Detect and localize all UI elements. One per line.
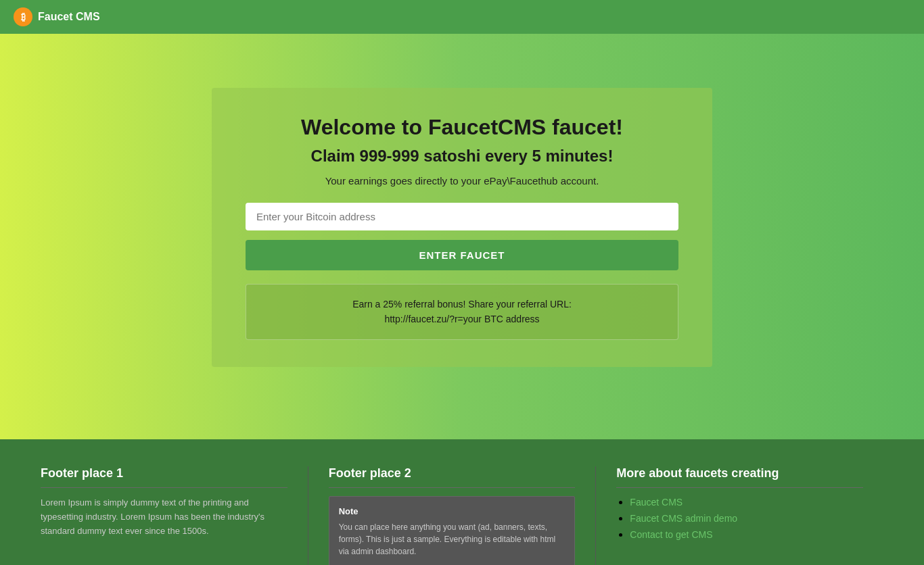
referral-url: http://faucet.zu/?r=your BTC address [384, 314, 539, 324]
bitcoin-address-input[interactable] [246, 203, 678, 230]
claim-subtitle: Claim 999-999 satoshi every 5 minutes! [246, 147, 678, 166]
list-item: Faucet CMS admin demo [630, 512, 863, 524]
footer-col2-title: Footer place 2 [329, 466, 576, 488]
footer-col-3: More about faucets creating Faucet CMS F… [596, 466, 883, 565]
site-footer: Footer place 1 Lorem Ipsum is simply dum… [0, 439, 924, 565]
footer-col1-text: Lorem Ipsum is simply dummy text of the … [41, 496, 287, 538]
footer-col-1: Footer place 1 Lorem Ipsum is simply dum… [41, 466, 308, 565]
footer-link-faucet-cms[interactable]: Faucet CMS [630, 497, 683, 508]
list-item: Faucet CMS [630, 496, 863, 508]
earnings-text: Your earnings goes directly to your ePay… [246, 175, 678, 187]
bitcoin-icon: ₿ [14, 7, 32, 26]
note-text: You can place here anything you want (ad… [339, 522, 556, 556]
referral-line1: Earn a 25% referral bonus! Share your re… [352, 299, 572, 310]
referral-box: Earn a 25% referral bonus! Share your re… [246, 284, 678, 340]
footer-col-2: Footer place 2 Note You can place here a… [308, 466, 597, 565]
faucet-card: Welcome to FaucetCMS faucet! Claim 999-9… [212, 88, 712, 367]
footer-col1-title: Footer place 1 [41, 466, 287, 488]
footer-col3-title: More about faucets creating [616, 466, 863, 488]
footer-columns: Footer place 1 Lorem Ipsum is simply dum… [41, 466, 883, 565]
note-title: Note [339, 505, 565, 518]
main-content: Welcome to FaucetCMS faucet! Claim 999-9… [0, 34, 924, 439]
list-item: Contact to get CMS [630, 529, 863, 541]
footer-links-list: Faucet CMS Faucet CMS admin demo Contact… [616, 496, 863, 541]
footer-link-admin-demo[interactable]: Faucet CMS admin demo [630, 513, 737, 524]
welcome-title: Welcome to FaucetCMS faucet! [246, 115, 678, 140]
logo-text: Faucet CMS [38, 11, 100, 23]
logo[interactable]: ₿ Faucet CMS [14, 7, 100, 26]
footer-link-contact[interactable]: Contact to get CMS [630, 529, 712, 540]
note-box: Note You can place here anything you wan… [329, 496, 576, 565]
site-header: ₿ Faucet CMS [0, 0, 924, 34]
enter-faucet-button[interactable]: ENTER FAUCET [246, 240, 678, 270]
